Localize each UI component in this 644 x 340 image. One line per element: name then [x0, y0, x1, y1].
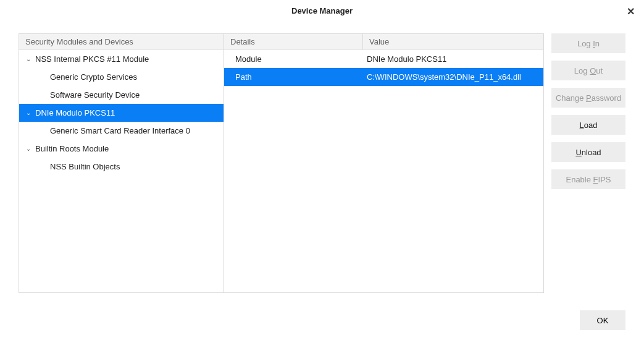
details-header-label: Details — [230, 37, 255, 46]
tree-item-label: Software Security Device — [48, 90, 140, 100]
accelerator-char: O — [590, 66, 596, 75]
accelerator-char: U — [575, 148, 581, 157]
footer: OK — [0, 302, 644, 340]
dialog-body: Security Modules and Devices ⌄NSS Intern… — [0, 21, 644, 302]
login-button: Log In — [551, 33, 625, 53]
chevron-down-icon[interactable]: ⌄ — [24, 56, 33, 62]
device-manager-dialog: Device Manager ✕ Security Modules and De… — [0, 0, 644, 340]
chevron-down-icon[interactable]: ⌄ — [24, 145, 33, 152]
details-panel: Details Value ModuleDNIe Modulo PKCS11Pa… — [224, 34, 543, 292]
tree-panel: Security Modules and Devices ⌄NSS Intern… — [19, 34, 224, 292]
tree-row[interactable]: ⌄Generic Crypto Services — [19, 68, 224, 86]
accelerator-char: I — [593, 39, 595, 48]
tree-row[interactable]: ⌄Software Security Device — [19, 86, 224, 104]
close-icon[interactable]: ✕ — [623, 4, 638, 19]
detail-row[interactable]: ModuleDNIe Modulo PKCS11 — [224, 50, 543, 68]
detail-key: Path — [224, 72, 363, 82]
accelerator-char: F — [593, 175, 598, 184]
accelerator-char: L — [580, 121, 584, 130]
tree-header: Security Modules and Devices — [19, 34, 224, 50]
tree-item-label: Builtin Roots Module — [33, 144, 109, 153]
details-header-row: Details Value — [224, 34, 543, 50]
detail-value: DNIe Modulo PKCS11 — [363, 54, 543, 64]
chevron-down-icon[interactable]: ⌄ — [24, 109, 33, 116]
enable-fips-button: Enable FIPS — [551, 169, 625, 189]
change-password-button: Change Password — [551, 88, 625, 108]
detail-key: Module — [224, 54, 363, 64]
value-header-label: Value — [369, 37, 389, 46]
tree-header-label: Security Modules and Devices — [25, 37, 133, 46]
unload-button[interactable]: Unload — [551, 142, 625, 162]
tree-item-label: NSS Builtin Objects — [48, 162, 120, 171]
tree-body[interactable]: ⌄NSS Internal PKCS #11 Module⌄Generic Cr… — [19, 50, 224, 292]
tree-item-label: DNIe Modulo PKCS11 — [33, 108, 115, 117]
side-buttons: Log In Log Out Change Password Load Unlo… — [551, 33, 625, 302]
tree-item-label: Generic Smart Card Reader Interface 0 — [48, 126, 190, 135]
load-button[interactable]: Load — [551, 115, 625, 135]
tree-row[interactable]: ⌄Builtin Roots Module — [19, 140, 224, 158]
ok-button[interactable]: OK — [580, 310, 625, 330]
accelerator-char: P — [586, 93, 592, 103]
panels: Security Modules and Devices ⌄NSS Intern… — [19, 33, 544, 293]
detail-row[interactable]: PathC:\WINDOWS\system32\DNIe_P11_x64.dll — [224, 68, 543, 86]
details-header: Details — [224, 34, 363, 49]
titlebar: Device Manager ✕ — [0, 0, 644, 21]
tree-item-label: Generic Crypto Services — [48, 72, 137, 82]
details-body[interactable]: ModuleDNIe Modulo PKCS11PathC:\WINDOWS\s… — [224, 50, 543, 292]
tree-row[interactable]: ⌄NSS Builtin Objects — [19, 158, 224, 176]
value-header: Value — [363, 34, 543, 49]
logout-button: Log Out — [551, 61, 625, 80]
tree-row[interactable]: ⌄Generic Smart Card Reader Interface 0 — [19, 122, 224, 140]
tree-row[interactable]: ⌄NSS Internal PKCS #11 Module — [19, 50, 224, 68]
tree-row[interactable]: ⌄DNIe Modulo PKCS11 — [19, 104, 224, 122]
detail-value: C:\WINDOWS\system32\DNIe_P11_x64.dll — [363, 72, 543, 82]
tree-item-label: NSS Internal PKCS #11 Module — [33, 54, 149, 64]
dialog-title: Device Manager — [291, 6, 353, 15]
